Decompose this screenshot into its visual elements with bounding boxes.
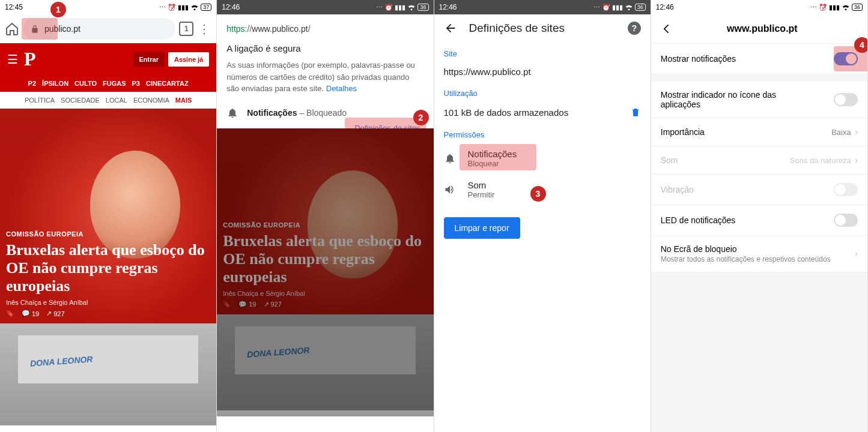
- browser-toolbar: publico.pt 1 ⋮: [0, 14, 216, 43]
- perm-notifications-row[interactable]: Notificações Bloquear: [434, 143, 651, 174]
- status-time: 12:46: [222, 3, 240, 11]
- site-info-panel: https://www.publico.pt/ A ligação é segu…: [217, 14, 433, 128]
- hamburger-icon[interactable]: ☰: [7, 52, 18, 67]
- nav-item[interactable]: ECONOMIA: [133, 97, 169, 104]
- site-logo[interactable]: P: [24, 48, 36, 70]
- notif-label: Notificações: [247, 108, 297, 118]
- secondary-article-image[interactable]: DONA LEONOR: [0, 323, 216, 425]
- vibration-label: Vibração: [661, 185, 694, 194]
- step-badge-3: 3: [530, 186, 546, 202]
- nav-item[interactable]: POLÍTICA: [25, 97, 55, 104]
- vibration-row: Vibração: [651, 175, 867, 205]
- nav-item[interactable]: ÍPSILON: [42, 80, 68, 87]
- app-icon-indicator-row[interactable]: Mostrar indicador no ícone das aplicaçõe…: [651, 82, 867, 118]
- details-link[interactable]: Detalhes: [326, 84, 357, 93]
- article-meta: 🔖 💬19 ↗927: [6, 310, 210, 317]
- app-icon-label: Mostrar indicador no ícone das aplicaçõe…: [661, 90, 805, 109]
- led-label: LED de notificações: [661, 215, 736, 225]
- site-url-text: https://www.publico.pt: [434, 62, 651, 82]
- show-notifications-row[interactable]: Mostrar notificações: [651, 44, 867, 74]
- sound-icon: [444, 184, 457, 196]
- subscribe-button[interactable]: Assine já: [168, 52, 209, 67]
- primary-nav: P2 ÍPSILON CULTO FUGAS P3 CINECARTAZ: [0, 75, 216, 92]
- article-title: Bruxelas alerta que esboço do OE não cum…: [6, 241, 210, 295]
- nav-item-more[interactable]: MAIS: [175, 97, 192, 104]
- screenshot-3: 12:46 ⋯⏰̸▮▮▮ 36 Definições de sites ? Si…: [434, 0, 651, 432]
- sound-row: Som Sons da natureza›: [651, 146, 867, 175]
- nav-item[interactable]: SOCIEDADE: [61, 97, 100, 104]
- status-icons: ⋯⏰̸▮▮▮ 36: [376, 4, 428, 11]
- screenshot-4: 12:46 ⋯⏰̸▮▮▮ 36 www.publico.pt Mostrar n…: [651, 0, 868, 432]
- bell-icon: [226, 107, 238, 119]
- usage-text: 101 kB de dados armazenados: [444, 107, 569, 118]
- tab-count[interactable]: 1: [179, 22, 193, 36]
- status-time: 12:46: [439, 3, 457, 11]
- lockscreen-row[interactable]: No Ecrã de bloqueio Mostrar todos as not…: [651, 236, 867, 272]
- nav-item[interactable]: LOCAL: [106, 97, 127, 104]
- status-bar: 12:46 ⋯⏰̸▮▮▮ 36: [217, 0, 433, 14]
- settings-title: Definições de sites: [469, 22, 616, 35]
- comment-count: 19: [32, 310, 39, 317]
- status-time: 12:45: [5, 3, 23, 11]
- sound-label: Som: [661, 155, 678, 165]
- nav-item[interactable]: P3: [132, 80, 139, 87]
- share-icon: ↗: [46, 310, 52, 317]
- more-icon: ⋯: [159, 4, 166, 11]
- section-site-label: Site: [434, 42, 651, 62]
- secondary-nav: POLÍTICA SOCIEDADE LOCAL ECONOMIA MAIS: [0, 92, 216, 109]
- notif-settings-header: www.publico.pt: [651, 14, 867, 44]
- importance-row[interactable]: Importância Baixa›: [651, 118, 867, 146]
- settings-header: Definições de sites ?: [434, 14, 651, 42]
- back-icon[interactable]: [661, 23, 673, 35]
- notif-status: – Bloqueado: [297, 108, 347, 118]
- chevron-right-icon: ›: [855, 248, 858, 259]
- nav-item[interactable]: CINECARTAZ: [146, 80, 189, 87]
- led-toggle[interactable]: [834, 214, 858, 227]
- site-url: https://www.publico.pt/: [226, 24, 423, 34]
- connection-secure-title: A ligação é segura: [226, 43, 423, 53]
- perm-notif-sub: Bloquear: [468, 159, 517, 168]
- back-icon[interactable]: [444, 22, 457, 35]
- news-site-header: ☰ P Entrar Assine já P2 ÍPSILON CULTO FU…: [0, 43, 216, 92]
- step-badge-4: 4: [854, 37, 868, 53]
- article-kicker: COMISSÃO EUROPEIA: [6, 230, 210, 238]
- signal-icon: ▮▮▮: [178, 4, 189, 11]
- menu-icon[interactable]: ⋮: [197, 22, 211, 36]
- status-time: 12:46: [656, 3, 674, 11]
- section-perms-label: Permissões: [434, 123, 651, 143]
- sound-value: Sons da natureza: [790, 156, 851, 165]
- dimmed-background: COMISSÃO EUROPEIA Bruxelas alerta que es…: [217, 128, 433, 410]
- clear-reset-button[interactable]: Limpar e repor: [444, 217, 520, 239]
- nav-item[interactable]: CULTO: [74, 80, 97, 87]
- connection-secure-desc: As suas informações (por exemplo, palavr…: [226, 59, 423, 95]
- screenshot-1: 12:45 ⋯ ⏰̸ ▮▮▮ 37 publico.pt 1 ⋮ 1 ☰: [0, 0, 217, 432]
- led-row[interactable]: LED de notificações: [651, 205, 867, 236]
- nav-item[interactable]: P2: [28, 80, 36, 87]
- chevron-right-icon: ›: [855, 155, 858, 165]
- screenshot-2: 12:46 ⋯⏰̸▮▮▮ 36 https://www.publico.pt/ …: [217, 0, 434, 432]
- nav-item[interactable]: FUGAS: [103, 80, 126, 87]
- login-button[interactable]: Entrar: [133, 52, 165, 67]
- show-notif-toggle[interactable]: [834, 52, 858, 65]
- address-text: publico.pt: [44, 24, 80, 34]
- lock-icon: [30, 24, 44, 34]
- bookmark-icon[interactable]: 🔖: [6, 310, 14, 317]
- status-icons: ⋯⏰̸▮▮▮ 36: [810, 4, 863, 11]
- show-notif-label: Mostrar notificações: [661, 54, 736, 64]
- battery-icon: 36: [417, 4, 428, 11]
- wifi-icon: [190, 4, 199, 11]
- trash-icon[interactable]: [630, 106, 641, 118]
- status-bar: 12:46 ⋯⏰̸▮▮▮ 36: [651, 0, 867, 14]
- chevron-right-icon: ›: [855, 127, 858, 137]
- app-icon-toggle[interactable]: [834, 93, 858, 106]
- help-icon[interactable]: ?: [628, 22, 641, 35]
- step-badge-1: 1: [50, 2, 66, 17]
- status-icons: ⋯⏰̸▮▮▮ 36: [593, 4, 646, 11]
- status-icons: ⋯ ⏰̸ ▮▮▮ 37: [159, 4, 211, 11]
- address-bar[interactable]: publico.pt: [23, 18, 175, 40]
- article-byline: Inês Chaíça e Sérgio Aníbal: [6, 299, 210, 306]
- hero-article[interactable]: COMISSÃO EUROPEIA Bruxelas alerta que es…: [0, 109, 216, 323]
- home-icon[interactable]: [5, 22, 19, 36]
- share-count: 927: [53, 310, 64, 317]
- step-badge-2: 2: [413, 110, 429, 125]
